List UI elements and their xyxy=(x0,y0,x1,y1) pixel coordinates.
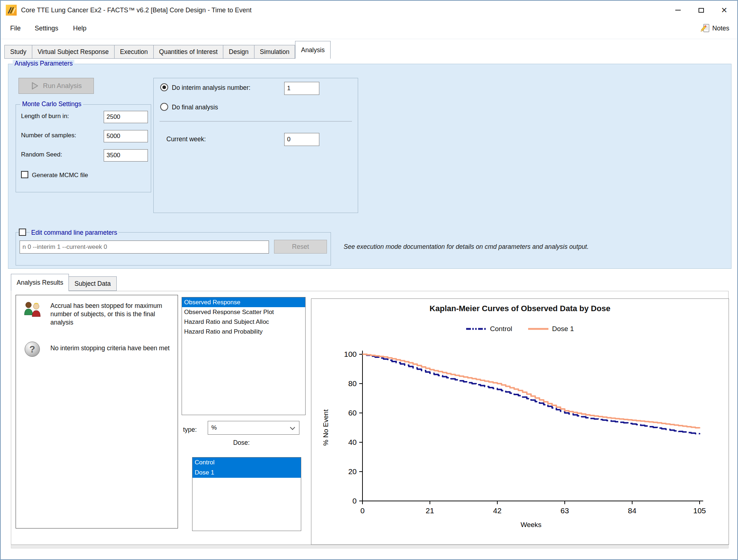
tab-execution[interactable]: Execution xyxy=(115,45,154,59)
list-item-hazard-ratio-probability[interactable]: Hazard Ratio and Probability xyxy=(182,327,305,337)
mode-separator xyxy=(159,121,352,122)
interim-analysis-label: Do interim analysis number: xyxy=(172,84,250,92)
minimize-icon xyxy=(675,10,681,11)
reset-label: Reset xyxy=(292,243,309,251)
edit-cmd-label: Edit command line parameters xyxy=(30,229,119,237)
tab-simulation[interactable]: Simulation xyxy=(254,45,295,59)
y-axis-title: % No Event xyxy=(322,409,329,446)
monte-carlo-groupbox: Monte Carlo Settings Length of burn in: … xyxy=(16,104,151,192)
current-week-input[interactable] xyxy=(284,133,319,146)
final-analysis-label: Do final analysis xyxy=(172,104,218,111)
facts-logo-icon xyxy=(6,5,17,16)
edit-cmd-checkbox[interactable] xyxy=(19,229,26,236)
window-title: Core TTE Lung Cancer Ex2 - FACTS™ v6.2 [… xyxy=(21,1,252,20)
burn-in-input[interactable] xyxy=(104,111,148,123)
tab-quantities-of-interest[interactable]: Quantities of Interest xyxy=(154,45,223,59)
menu-file[interactable]: File xyxy=(10,25,21,32)
notes-label: Notes xyxy=(712,25,729,32)
interim-analysis-radio[interactable] xyxy=(160,83,168,91)
cmd-line-input[interactable] xyxy=(20,241,269,254)
type-dropdown[interactable]: % xyxy=(208,421,299,435)
analysis-parameters-groupbox: Analysis Parameters Run Analysis Monte C… xyxy=(8,64,731,269)
app-window: Core TTE Lung Cancer Ex2 - FACTS™ v6.2 [… xyxy=(0,0,738,560)
x-tick-label: 21 xyxy=(426,506,434,515)
tab-analysis-results[interactable]: Analysis Results xyxy=(11,274,69,291)
menu-bar: File Settings Help Notes xyxy=(1,20,737,39)
window-controls: × xyxy=(666,1,736,20)
y-tick-label: 100 xyxy=(344,350,357,358)
analysis-mode-groupbox: Do interim analysis number: Do final ana… xyxy=(153,78,358,213)
title-bar: Core TTE Lung Cancer Ex2 - FACTS™ v6.2 [… xyxy=(1,1,737,20)
current-week-label: Current week: xyxy=(166,135,206,143)
x-tick-label: 0 xyxy=(360,506,365,515)
km-chart-panel: Kaplan-Meier Curves of Observed Data by … xyxy=(311,298,729,545)
final-analysis-radio[interactable] xyxy=(160,103,168,111)
stopping-criteria-message: No interim stopping criteria have been m… xyxy=(50,344,172,352)
y-tick-label: 60 xyxy=(348,409,357,417)
km-curve-dose-1 xyxy=(362,354,700,429)
y-tick-label: 0 xyxy=(352,497,357,505)
results-tab-strip: Analysis Results Subject Data xyxy=(11,274,117,291)
interim-number-input[interactable] xyxy=(284,82,319,95)
accrual-message: Accrual has been stopped for maximum num… xyxy=(50,302,172,327)
type-label: type: xyxy=(183,426,197,434)
y-tick-label: 40 xyxy=(348,438,357,446)
x-tick-label: 63 xyxy=(560,506,569,515)
analysis-parameters-label: Analysis Parameters xyxy=(13,60,74,67)
tab-design[interactable]: Design xyxy=(223,45,254,59)
dose-item-dose1[interactable]: Dose 1 xyxy=(192,468,301,478)
question-sphere-icon: ? xyxy=(25,342,40,357)
dose-label: Dose: xyxy=(214,439,269,447)
facts-app-icon xyxy=(6,5,17,16)
cmd-hint-text: See execution mode documentation for det… xyxy=(344,243,589,251)
list-item-observed-response[interactable]: Observed Response xyxy=(182,297,305,307)
maximize-button[interactable] xyxy=(689,1,713,20)
seed-input[interactable] xyxy=(104,149,148,162)
seed-label: Random Seed: xyxy=(21,151,62,158)
x-tick-label: 42 xyxy=(493,506,501,515)
generate-mcmc-label: Generate MCMC file xyxy=(32,172,88,179)
dose-item-control[interactable]: Control xyxy=(192,457,301,468)
notes-button[interactable]: Notes xyxy=(700,23,729,33)
cmd-parameters-groupbox: Edit command line parameters Reset xyxy=(16,232,331,266)
menu-settings[interactable]: Settings xyxy=(35,25,58,32)
list-item-observed-response-scatter[interactable]: Observed Response Scatter Plot xyxy=(182,307,305,317)
tab-subject-data[interactable]: Subject Data xyxy=(69,276,116,291)
chevron-down-icon xyxy=(290,425,295,430)
run-analysis-button[interactable]: Run Analysis xyxy=(18,78,94,94)
km-chart-svg: 020406080100021426384105Weeks% No Event xyxy=(311,299,729,544)
analysis-messages-panel: Accrual has been stopped for maximum num… xyxy=(16,295,178,528)
x-axis-title: Weeks xyxy=(521,521,542,528)
x-tick-label: 84 xyxy=(628,506,637,515)
results-bottom-edge xyxy=(11,545,729,548)
maximize-icon xyxy=(698,8,704,13)
burn-in-label: Length of burn in: xyxy=(21,113,69,120)
samples-input[interactable] xyxy=(104,130,148,142)
tab-virtual-subject-response[interactable]: Virtual Subject Response xyxy=(32,45,115,59)
dose-listbox: Control Dose 1 xyxy=(192,457,301,531)
results-panel: Accrual has been stopped for maximum num… xyxy=(11,291,729,545)
tab-study[interactable]: Study xyxy=(4,45,32,59)
y-tick-label: 20 xyxy=(348,467,357,476)
minimize-button[interactable] xyxy=(666,1,689,20)
type-value: % xyxy=(211,424,217,431)
samples-label: Number of samples: xyxy=(21,132,76,139)
two-subjects-icon xyxy=(23,301,43,319)
main-tab-strip: Study Virtual Subject Response Execution… xyxy=(4,40,734,59)
monte-carlo-label: Monte Carlo Settings xyxy=(20,100,83,108)
y-tick-label: 80 xyxy=(348,379,357,388)
x-tick-label: 105 xyxy=(693,506,706,515)
result-plot-listbox: Observed Response Observed Response Scat… xyxy=(182,297,306,415)
tab-analysis[interactable]: Analysis xyxy=(295,41,330,59)
close-icon: × xyxy=(721,5,727,15)
menu-help[interactable]: Help xyxy=(73,25,87,32)
reset-button[interactable]: Reset xyxy=(274,240,327,254)
run-analysis-label: Run Analysis xyxy=(43,82,82,90)
notepad-pencil-icon xyxy=(700,23,710,33)
list-item-hazard-ratio-subject-alloc[interactable]: Hazard Ratio and Subject Alloc xyxy=(182,317,305,327)
generate-mcmc-checkbox[interactable] xyxy=(21,171,28,178)
play-icon xyxy=(31,82,39,90)
close-button[interactable]: × xyxy=(713,1,736,20)
